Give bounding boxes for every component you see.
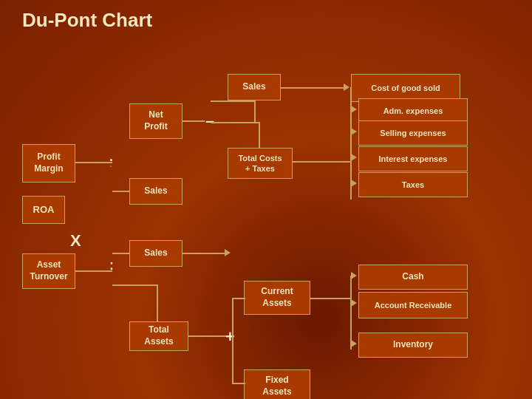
inventory-box: Inventory (358, 332, 468, 358)
arrow-costs-sold (344, 83, 349, 91)
selling-expenses-box: Selling expenses (358, 120, 468, 146)
total-assets-box: TotalAssets (129, 321, 188, 351)
connector-ta-left (112, 284, 158, 286)
connector-tc-up (259, 122, 260, 148)
connector-sb-right (183, 253, 227, 254)
connector-tc-right (293, 161, 350, 163)
arrow-inventory (351, 340, 357, 347)
connector-tc-left (211, 122, 260, 123)
arrow-cash (351, 272, 357, 279)
arrow-adm (351, 106, 357, 113)
account-receivable-box: Account Receivable (358, 292, 468, 318)
fixed-assets-box: FixedAssets (244, 369, 310, 399)
connector-at-right (75, 270, 112, 272)
connector-ca-vert (350, 276, 352, 349)
connector-pm-right (75, 162, 112, 163)
connector-right-vert (350, 87, 352, 200)
connector-ca-right (310, 298, 351, 299)
sales-top-box: Sales (228, 74, 281, 100)
minus-op: – (205, 112, 214, 131)
connector-sb-vert (227, 253, 228, 254)
connector-sales-down (254, 100, 256, 122)
arrow-account-receivable (351, 299, 357, 307)
connector-sales-right (281, 87, 346, 89)
asset-turnover-box: AssetTurnover (22, 253, 75, 289)
connector-plus-fa (232, 383, 245, 384)
connector-sb-left (112, 253, 129, 254)
title: Du-Pont Chart (22, 9, 152, 32)
adm-expenses-box: Adm. expenses (358, 98, 468, 123)
arrow-selling (351, 128, 357, 135)
divide-at-op: : (109, 259, 114, 272)
arrow-taxes (351, 180, 357, 187)
roa-box: ROA (22, 196, 65, 224)
arrow-interest (351, 154, 357, 161)
taxes-box: Taxes (358, 172, 468, 197)
sales-mid-box: Sales (129, 178, 183, 205)
interest-expenses-box: Interest expenses (358, 146, 468, 171)
net-profit-box: NetProfit (129, 103, 183, 139)
connector-sales-horiz (183, 253, 184, 254)
profit-margin-box: ProfitMargin (22, 144, 75, 183)
sales-bottom-box: Sales (129, 240, 183, 267)
connector-ta-right (188, 335, 229, 337)
connector-sales-left (211, 100, 256, 102)
cash-box: Cash (358, 265, 468, 290)
current-assets-box: CurrentAssets (244, 281, 310, 315)
connector-np-right (183, 120, 205, 122)
connector-plus-ca (232, 298, 245, 299)
total-costs-taxes-box: Total Costs+ Taxes (228, 148, 293, 179)
x-operator: X (70, 231, 81, 250)
connector-plus-vert (232, 298, 233, 383)
connector-ta-up (157, 284, 158, 321)
connector-sm-left (112, 191, 129, 192)
